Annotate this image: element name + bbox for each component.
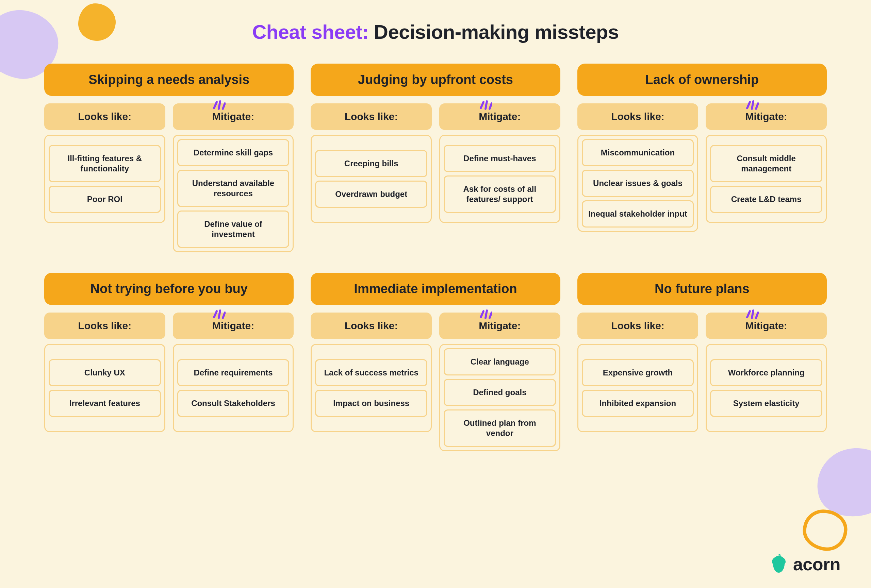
list-item: Inhibited expansion xyxy=(582,390,694,417)
misstep-title: No future plans xyxy=(578,273,827,305)
looks-like-label: Looks like: xyxy=(44,312,165,339)
svg-line-5 xyxy=(489,103,492,109)
looks-like-items: MiscommunicationUnclear issues & goalsIn… xyxy=(578,135,699,232)
mitigate-items: Define must-havesAsk for costs of all fe… xyxy=(439,135,560,223)
title-prefix: Cheat sheet: xyxy=(252,21,368,43)
looks-like-column: Looks like:Lack of success metricsImpact… xyxy=(311,312,432,451)
spark-icon xyxy=(745,308,759,320)
card-columns: Looks like:Creeping billsOverdrawn budge… xyxy=(311,103,560,223)
list-item: Workforce planning xyxy=(710,359,822,387)
brand-name: acorn xyxy=(793,554,840,575)
list-item: Define value of investment xyxy=(177,210,290,248)
svg-line-0 xyxy=(214,102,217,108)
looks-like-column: Looks like:MiscommunicationUnclear issue… xyxy=(578,103,699,232)
misstep-title: Skipping a needs analysis xyxy=(44,64,293,96)
mitigate-items: Determine skill gapsUnderstand available… xyxy=(173,135,294,252)
list-item: Consult Stakeholders xyxy=(177,390,290,417)
looks-like-items: Clunky UXIrrelevant features xyxy=(44,344,165,432)
looks-like-label: Looks like: xyxy=(578,103,699,130)
mitigate-label: Mitigate: xyxy=(173,103,294,130)
misstep-title: Immediate implementation xyxy=(311,273,560,305)
looks-like-items: Ill-fitting features & functionalityPoor… xyxy=(44,135,165,223)
spark-icon xyxy=(745,98,759,111)
mitigate-column: Mitigate: Clear languageDefined goalsOut… xyxy=(439,312,560,451)
looks-like-column: Looks like:Clunky UXIrrelevant features xyxy=(44,312,165,432)
mitigate-label: Mitigate: xyxy=(439,103,560,130)
card-columns: Looks like:Lack of success metricsImpact… xyxy=(311,312,560,451)
looks-like-items: Lack of success metricsImpact on busines… xyxy=(311,344,432,432)
list-item: Overdrawn budget xyxy=(315,181,427,208)
list-item: Define must-haves xyxy=(444,145,556,172)
svg-line-9 xyxy=(214,311,217,317)
list-item: Clear language xyxy=(444,348,556,375)
list-item: Miscommunication xyxy=(582,139,694,166)
mitigate-column: Mitigate: Define must-havesAsk for costs… xyxy=(439,103,560,223)
mitigate-label: Mitigate: xyxy=(706,312,827,339)
list-item: Ill-fitting features & functionality xyxy=(49,145,161,182)
card-columns: Looks like:Clunky UXIrrelevant featuresM… xyxy=(44,312,293,432)
card-columns: Looks like:Expensive growthInhibited exp… xyxy=(578,312,827,432)
list-item: Creeping bills xyxy=(315,150,427,177)
list-item: Unclear issues & goals xyxy=(582,170,694,197)
looks-like-column: Looks like:Expensive growthInhibited exp… xyxy=(578,312,699,432)
looks-like-items: Expensive growthInhibited expansion xyxy=(578,344,699,432)
list-item: Defined goals xyxy=(444,379,556,406)
looks-like-column: Looks like:Creeping billsOverdrawn budge… xyxy=(311,103,432,223)
svg-line-10 xyxy=(219,310,220,318)
list-item: Determine skill gaps xyxy=(177,139,290,166)
mitigate-column: Mitigate: Consult middle managementCreat… xyxy=(706,103,827,232)
misstep-card: Not trying before you buyLooks like:Clun… xyxy=(44,273,293,451)
list-item: System elasticity xyxy=(710,390,822,417)
svg-line-8 xyxy=(756,103,758,109)
list-item: Inequal stakeholder input xyxy=(582,200,694,227)
misstep-card: Skipping a needs analysisLooks like:Ill-… xyxy=(44,64,293,252)
list-item: Poor ROI xyxy=(49,186,161,213)
svg-line-17 xyxy=(756,312,758,318)
svg-line-2 xyxy=(223,103,225,109)
card-columns: Looks like:MiscommunicationUnclear issue… xyxy=(578,103,827,232)
svg-line-12 xyxy=(481,311,483,317)
list-item: Impact on business xyxy=(315,390,427,417)
misstep-title: Not trying before you buy xyxy=(44,273,293,305)
misstep-card: Lack of ownershipLooks like:Miscommunica… xyxy=(578,64,827,252)
misstep-card: Judging by upfront costsLooks like:Creep… xyxy=(311,64,560,252)
svg-line-14 xyxy=(489,312,492,318)
cards-grid: Skipping a needs analysisLooks like:Ill-… xyxy=(44,64,827,451)
card-columns: Looks like:Ill-fitting features & functi… xyxy=(44,103,293,252)
mitigate-label: Mitigate: xyxy=(173,312,294,339)
list-item: Ask for costs of all features/ support xyxy=(444,176,556,213)
mitigate-items: Workforce planningSystem elasticity xyxy=(706,344,827,432)
looks-like-label: Looks like: xyxy=(311,312,432,339)
list-item: Consult middle management xyxy=(710,145,822,182)
svg-line-6 xyxy=(747,102,750,108)
spark-icon xyxy=(212,308,226,320)
spark-icon xyxy=(479,98,492,111)
looks-like-items: Creeping billsOverdrawn budget xyxy=(311,135,432,223)
acorn-icon xyxy=(770,554,788,574)
page: Cheat sheet: Decision-making missteps Sk… xyxy=(0,0,871,461)
mitigate-column: Mitigate: Determine skill gapsUnderstand… xyxy=(173,103,294,252)
list-item: Lack of success metrics xyxy=(315,359,427,387)
misstep-card: Immediate implementationLooks like:Lack … xyxy=(311,273,560,451)
mitigate-items: Define requirementsConsult Stakeholders xyxy=(173,344,294,432)
looks-like-label: Looks like: xyxy=(311,103,432,130)
spark-icon xyxy=(212,98,226,111)
list-item: Irrelevant features xyxy=(49,390,161,417)
misstep-title: Lack of ownership xyxy=(578,64,827,96)
svg-line-4 xyxy=(485,101,487,109)
spark-icon xyxy=(479,308,492,320)
page-title: Cheat sheet: Decision-making missteps xyxy=(44,20,827,43)
svg-line-7 xyxy=(752,101,753,109)
list-item: Create L&D teams xyxy=(710,186,822,213)
svg-line-1 xyxy=(219,101,220,109)
title-main: Decision-making missteps xyxy=(374,21,619,43)
misstep-card: No future plansLooks like:Expensive grow… xyxy=(578,273,827,451)
mitigate-label: Mitigate: xyxy=(706,103,827,130)
list-item: Understand available resources xyxy=(177,170,290,207)
svg-line-15 xyxy=(747,311,750,317)
svg-line-3 xyxy=(481,102,483,108)
list-item: Expensive growth xyxy=(582,359,694,387)
list-item: Clunky UX xyxy=(49,359,161,387)
brand-logo: acorn xyxy=(770,554,840,575)
misstep-title: Judging by upfront costs xyxy=(311,64,560,96)
